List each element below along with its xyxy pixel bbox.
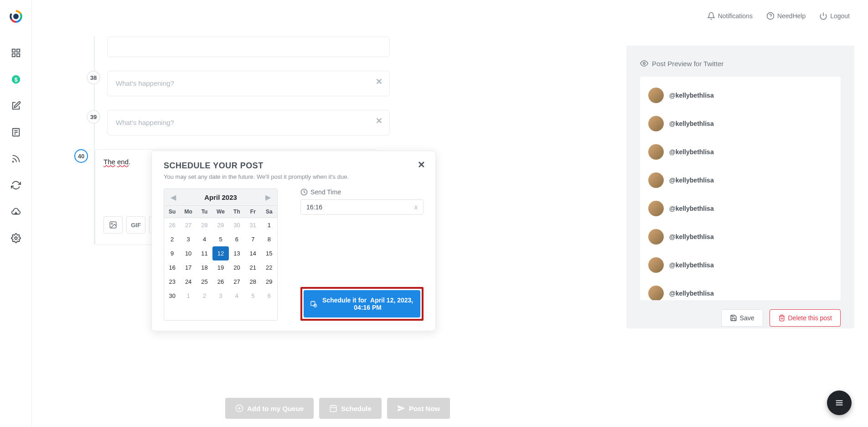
help-link[interactable]: NeedHelp [766,12,806,20]
calendar-day[interactable]: 27 [229,275,245,289]
calendar-day[interactable]: 2 [164,232,180,246]
fab-menu-button[interactable] [827,391,852,415]
modal-close-icon[interactable]: ✕ [418,159,425,170]
sidebar-compose-icon[interactable] [10,99,22,112]
save-icon [730,314,737,322]
calendar-day[interactable]: 4 [229,289,245,303]
calendar-day[interactable]: 6 [229,232,245,246]
avatar [648,201,664,216]
calendar-day[interactable]: 19 [212,260,228,275]
calendar-dow: Sa [261,206,277,218]
calendar-day[interactable]: 26 [164,218,180,232]
calendar-dow: Su [164,206,180,218]
calendar-day[interactable]: 3 [180,232,196,246]
calendar-day[interactable]: 8 [261,232,277,246]
handle-label: @kellybethlisa [669,120,714,127]
step-badge-39: 39 [87,110,100,124]
calendar-day[interactable]: 11 [196,246,212,260]
calendar-day[interactable]: 21 [245,260,261,275]
sidebar-feed-icon[interactable] [10,152,22,165]
help-icon [766,12,775,20]
calendar-next-icon[interactable]: ▶ [264,193,273,202]
post-now-button[interactable]: Post Now [387,398,450,419]
avatar [648,257,664,273]
calendar-day[interactable]: 17 [180,260,196,275]
avatar [648,144,664,160]
calendar-prev-icon[interactable]: ◀ [169,193,178,202]
calendar-day[interactable]: 24 [180,275,196,289]
calendar-day[interactable]: 29 [261,275,277,289]
handle-label: @kellybethlisa [669,92,714,99]
image-tool-icon[interactable] [103,216,123,234]
calendar-day[interactable]: 23 [164,275,180,289]
calendar-day[interactable]: 1 [261,218,277,232]
calendar-day[interactable]: 15 [261,246,277,260]
calendar-day[interactable]: 29 [212,218,228,232]
calendar-day[interactable]: 6 [261,289,277,303]
calendar-day[interactable]: 7 [245,232,261,246]
sidebar-cloud-download-icon[interactable] [10,205,22,218]
preview-item: @kellybethlisa [645,279,836,300]
delete-post-button[interactable]: Delete this post [770,309,841,327]
calendar-day[interactable]: 14 [245,246,261,260]
calendar-day[interactable]: 31 [245,218,261,232]
calendar-day[interactable]: 22 [261,260,277,275]
calendar-day[interactable]: 4 [196,232,212,246]
compose-text-40: The end. [103,158,130,166]
logout-link[interactable]: Logout [819,12,850,20]
close-icon-39[interactable]: ✕ [376,116,382,126]
preview-item: @kellybethlisa [645,81,836,109]
calendar-day[interactable]: 10 [180,246,196,260]
calendar-day[interactable]: 27 [180,218,196,232]
calendar-dow: Tu [196,206,212,218]
calendar-day[interactable]: 1 [180,289,196,303]
calendar-day[interactable]: 5 [212,232,228,246]
add-to-queue-button[interactable]: Add to my Queue [225,398,314,419]
calendar-day[interactable]: 9 [164,246,180,260]
calendar-dow: Mo [180,206,196,218]
calendar-day[interactable]: 2 [196,289,212,303]
notifications-link[interactable]: Notifications [707,12,753,20]
schedule-confirm-button[interactable]: Schedule it for April 12, 2023, 04:16 PM [304,290,420,318]
time-input[interactable]: 16:16 x [300,199,424,215]
preview-list[interactable]: @kellybethlisa @kellybethlisa @kellybeth… [640,77,841,300]
menu-icon [834,398,844,408]
calendar-day[interactable]: 20 [229,260,245,275]
compose-box-38[interactable]: What's happening? ✕ [107,71,390,96]
calendar-day[interactable]: 26 [212,275,228,289]
calendar-dow: Th [229,206,245,218]
compose-box-39[interactable]: What's happening? ✕ [107,110,390,135]
sidebar-document-icon[interactable] [10,126,22,139]
avatar [648,229,664,245]
sidebar-money-icon[interactable]: $ [10,73,22,86]
calendar-day[interactable]: 18 [196,260,212,275]
trash-icon [778,314,785,322]
calendar-day[interactable]: 30 [164,289,180,303]
calendar-day[interactable]: 28 [245,275,261,289]
save-label: Save [740,314,754,322]
calendar-day[interactable]: 5 [245,289,261,303]
calendar-clock-icon [310,299,317,308]
calendar-day[interactable]: 3 [212,289,228,303]
close-icon-38[interactable]: ✕ [376,77,382,87]
sidebar-refresh-icon[interactable] [10,179,22,192]
send-time-label: Send Time [300,188,424,196]
handle-label: @kellybethlisa [669,290,714,297]
avatar [648,172,664,188]
schedule-button[interactable]: Schedule [319,398,382,419]
calendar-day[interactable]: 28 [196,218,212,232]
sidebar-settings-icon[interactable] [10,232,22,245]
calendar-day[interactable]: 12 [212,246,228,260]
time-clear-icon[interactable]: x [414,203,418,211]
schedule-modal: SCHEDULE YOUR POST You may set any date … [151,151,436,331]
gif-tool-button[interactable]: GIF [126,216,145,234]
calendar-day[interactable]: 13 [229,246,245,260]
calendar-day[interactable]: 16 [164,260,180,275]
calendar-day[interactable]: 25 [196,275,212,289]
logout-label: Logout [830,12,850,20]
calendar-day[interactable]: 30 [229,218,245,232]
compose-box-37[interactable] [107,36,390,57]
save-button[interactable]: Save [721,309,763,327]
sidebar-dashboard-icon[interactable] [10,47,22,59]
preview-item: @kellybethlisa [645,138,836,166]
